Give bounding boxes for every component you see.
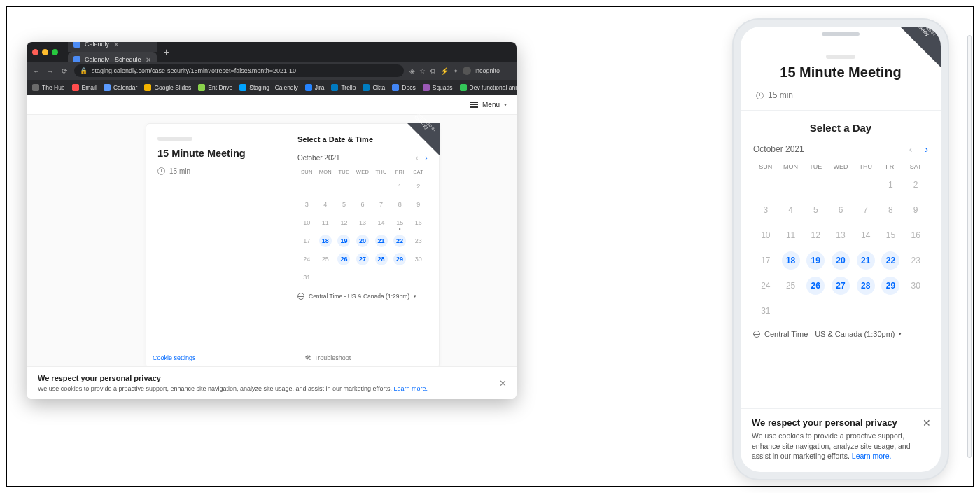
calendar-day[interactable]: 26 bbox=[803, 277, 828, 295]
host-name-placeholder bbox=[158, 137, 192, 141]
calendar-day bbox=[853, 302, 878, 320]
window-controls[interactable] bbox=[32, 49, 58, 55]
day-of-week-label: SAT bbox=[903, 163, 928, 170]
calendar-day: 13 bbox=[354, 216, 372, 230]
day-of-week-label: WED bbox=[828, 163, 853, 170]
puzzle-icon[interactable]: ✦ bbox=[453, 67, 458, 75]
bookmark-item[interactable]: Email bbox=[72, 84, 97, 91]
calendar-day[interactable]: 20 bbox=[828, 251, 853, 270]
bookmark-item[interactable]: Dev functional ani… bbox=[460, 84, 517, 91]
calendar-day: 24 bbox=[753, 277, 778, 295]
bookmark-item[interactable]: Trello bbox=[331, 84, 356, 91]
bookmark-item[interactable]: The Hub bbox=[32, 84, 65, 91]
calendar-day: 30 bbox=[903, 277, 928, 295]
calendar-day[interactable]: 29 bbox=[391, 252, 410, 266]
close-tab-icon[interactable]: ✕ bbox=[146, 56, 151, 64]
calendar-day: 15 bbox=[878, 226, 904, 244]
bookmark-label: The Hub bbox=[42, 84, 65, 91]
prev-month-button[interactable]: ‹ bbox=[416, 153, 419, 162]
url-field[interactable]: 🔒 staging.calendly.com/case-security/15m… bbox=[74, 64, 404, 77]
next-month-button[interactable]: › bbox=[925, 144, 928, 155]
back-icon[interactable]: ← bbox=[32, 67, 41, 75]
calendar-day[interactable]: 22 bbox=[391, 234, 410, 248]
cookie-banner: We respect your personal privacy We use … bbox=[27, 366, 517, 399]
calendar-day[interactable]: 18 bbox=[316, 234, 335, 248]
chevron-down-icon: ▾ bbox=[504, 102, 507, 108]
calendar-day[interactable]: 22 bbox=[878, 251, 904, 270]
calendar-day[interactable]: 20 bbox=[354, 234, 372, 248]
bolt-icon[interactable]: ⚡ bbox=[440, 67, 449, 75]
calendar-day: 14 bbox=[853, 226, 878, 244]
day-of-week-label: MON bbox=[316, 169, 335, 175]
bookmark-item[interactable]: Staging - Calendly bbox=[239, 84, 298, 91]
calendar-day: 2 bbox=[409, 179, 428, 193]
day-of-week-label: FRI bbox=[878, 163, 904, 170]
reload-icon[interactable]: ⟳ bbox=[60, 67, 69, 75]
extension-icon[interactable]: ◈ bbox=[410, 67, 415, 75]
bookmark-label: Ent Drive bbox=[208, 84, 232, 91]
cookie-settings-link[interactable]: Cookie settings bbox=[153, 354, 196, 361]
bookmark-icon bbox=[104, 84, 111, 91]
new-tab-button[interactable]: + bbox=[161, 46, 172, 57]
calendar-day[interactable]: 29 bbox=[878, 277, 904, 295]
calendar-day[interactable]: 18 bbox=[778, 251, 804, 270]
menu-button[interactable]: Menu bbox=[482, 101, 500, 109]
calendar-day[interactable]: 27 bbox=[828, 277, 853, 295]
browser-tab-bar: Calendly✕Calendly - Schedule✕ + bbox=[27, 42, 517, 62]
calendar-day[interactable]: 26 bbox=[335, 252, 354, 266]
troubleshoot-link[interactable]: 🛠 Troubleshoot bbox=[305, 354, 351, 361]
calendar-day: 24 bbox=[298, 252, 316, 266]
close-tab-icon[interactable]: ✕ bbox=[113, 42, 119, 48]
prev-month-button[interactable]: ‹ bbox=[909, 144, 913, 155]
calendar-day: 1 bbox=[878, 176, 904, 194]
forward-icon[interactable]: → bbox=[46, 67, 55, 75]
close-banner-button[interactable]: ✕ bbox=[923, 417, 931, 429]
hamburger-icon[interactable] bbox=[470, 102, 478, 108]
next-month-button[interactable]: › bbox=[425, 153, 428, 162]
bookmark-item[interactable]: Google Slides bbox=[144, 84, 191, 91]
calendar-day: 6 bbox=[828, 201, 853, 219]
calendar-day bbox=[335, 270, 354, 284]
day-of-week-label: SUN bbox=[298, 169, 316, 175]
bookmark-item[interactable]: Docs bbox=[392, 84, 415, 91]
browser-tab[interactable]: Calendly✕ bbox=[68, 42, 157, 52]
phone-mock: POWERED BY Calendly 15 Minute Meeting 15… bbox=[732, 18, 949, 480]
favicon-icon bbox=[74, 42, 80, 48]
kebab-menu-icon[interactable]: ⋮ bbox=[504, 67, 511, 75]
day-of-week-label: SAT bbox=[409, 169, 428, 175]
close-window-icon[interactable] bbox=[32, 49, 38, 55]
page-scrollbar[interactable] bbox=[967, 35, 972, 458]
timezone-selector[interactable]: Central Time - US & Canada (1:30pm) ▾ bbox=[753, 330, 928, 338]
event-duration: 15 min bbox=[756, 90, 925, 100]
timezone-selector[interactable]: Central Time - US & Canada (1:29pm) ▾ bbox=[298, 293, 428, 300]
calendar-day: 5 bbox=[335, 197, 354, 211]
bookmark-item[interactable]: Ent Drive bbox=[198, 84, 232, 91]
star-icon[interactable]: ☆ bbox=[419, 67, 426, 75]
calendar-day[interactable]: 19 bbox=[803, 251, 828, 270]
calendar-day[interactable]: 21 bbox=[853, 251, 878, 270]
select-day-heading: Select a Day bbox=[753, 122, 928, 134]
bookmark-item[interactable]: Squads bbox=[423, 84, 453, 91]
calendar-day: 11 bbox=[316, 216, 335, 230]
calendar-day[interactable]: 27 bbox=[354, 252, 372, 266]
maximize-window-icon[interactable] bbox=[52, 49, 58, 55]
learn-more-link[interactable]: Learn more. bbox=[852, 452, 892, 460]
calendar-day[interactable]: 28 bbox=[372, 252, 391, 266]
booking-card: 15 Minute Meeting 15 min POWERED BY Cale… bbox=[146, 123, 440, 368]
settings-gear-icon[interactable]: ⚙ bbox=[430, 67, 436, 75]
bookmark-item[interactable]: Calendar bbox=[104, 84, 138, 91]
phone-screen: POWERED BY Calendly 15 Minute Meeting 15… bbox=[741, 27, 941, 472]
close-banner-button[interactable]: ✕ bbox=[499, 378, 507, 389]
calendar-day[interactable]: 28 bbox=[853, 277, 878, 295]
calendar-day: 14 bbox=[372, 216, 391, 230]
minimize-window-icon[interactable] bbox=[42, 49, 48, 55]
calendar-day bbox=[372, 179, 391, 193]
bookmark-item[interactable]: Okta bbox=[363, 84, 385, 91]
calendar-day[interactable]: 19 bbox=[335, 234, 354, 248]
calendar-day: 16 bbox=[903, 226, 928, 244]
bookmark-item[interactable]: Jira bbox=[305, 84, 325, 91]
day-of-week-label: MON bbox=[778, 163, 804, 170]
calendar-day[interactable]: 21 bbox=[372, 234, 391, 248]
learn-more-link[interactable]: Learn more. bbox=[393, 385, 428, 392]
calendar-day: 12 bbox=[335, 216, 354, 230]
